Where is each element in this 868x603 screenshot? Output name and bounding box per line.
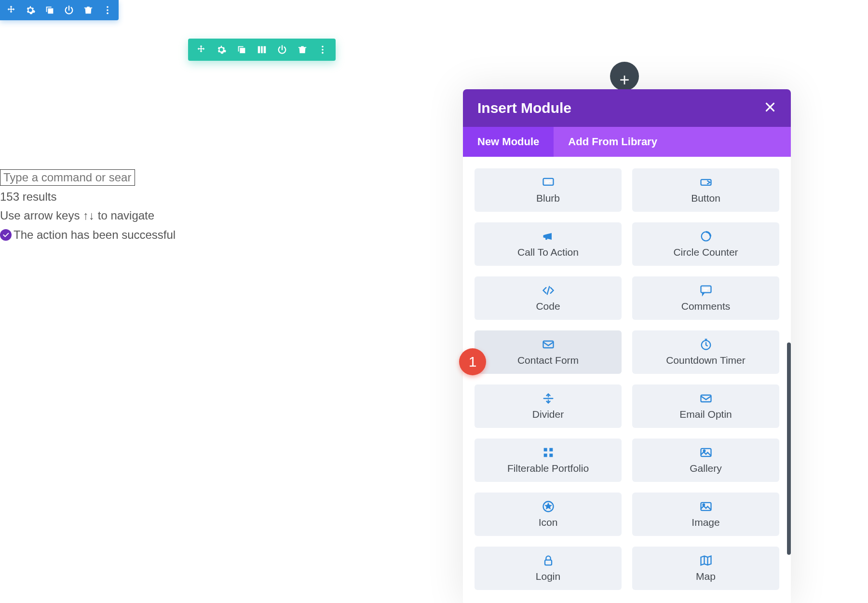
power-icon[interactable] <box>276 43 288 56</box>
module-card-map[interactable]: Map <box>632 547 779 590</box>
module-label: Filterable Portfolio <box>507 463 589 474</box>
comments-icon <box>699 283 713 298</box>
module-card-button[interactable]: Button <box>632 168 779 212</box>
module-label: Contact Form <box>517 355 579 366</box>
tab-new-module[interactable]: New Module <box>463 127 554 157</box>
module-label: Comments <box>681 301 731 312</box>
module-label: Blurb <box>536 192 560 204</box>
svg-rect-14 <box>549 448 553 452</box>
nav-hint: Use arrow keys ↑↓ to navigate <box>0 206 241 225</box>
image-icon <box>699 499 713 514</box>
module-label: Map <box>696 571 716 582</box>
lock-icon <box>542 553 555 568</box>
module-card-image[interactable]: Image <box>632 493 779 536</box>
module-label: Email Optin <box>679 409 732 420</box>
row-toolbar <box>188 39 336 61</box>
grid-icon <box>542 445 555 460</box>
button-icon <box>699 175 713 190</box>
mail-icon <box>542 337 555 352</box>
move-icon[interactable] <box>195 43 207 56</box>
success-message: The action has been successful <box>14 225 176 245</box>
circlecounter-icon <box>699 229 713 244</box>
trash-icon[interactable] <box>296 43 309 56</box>
megaphone-icon <box>542 229 555 244</box>
svg-rect-15 <box>543 453 547 457</box>
power-icon[interactable] <box>63 4 75 16</box>
annotation-badge-1: 1 <box>459 348 486 375</box>
more-icon[interactable] <box>101 4 114 16</box>
tab-add-from-library[interactable]: Add From Library <box>554 127 672 157</box>
svg-rect-6 <box>543 178 553 185</box>
svg-rect-10 <box>543 341 553 348</box>
gallery-icon <box>699 445 713 460</box>
modal-header: Insert Module <box>463 89 791 127</box>
module-card-divider[interactable]: Divider <box>475 384 622 428</box>
module-label: Image <box>692 517 719 528</box>
svg-point-0 <box>107 6 108 8</box>
svg-point-3 <box>322 46 324 48</box>
module-label: Button <box>691 192 720 204</box>
duplicate-icon[interactable] <box>43 4 56 16</box>
svg-rect-12 <box>701 395 711 402</box>
iconstar-icon <box>542 499 555 514</box>
command-palette: 153 results Use arrow keys ↑↓ to navigat… <box>0 168 241 244</box>
mail-icon <box>699 391 713 406</box>
results-count: 153 results <box>0 187 241 206</box>
svg-rect-16 <box>549 453 553 457</box>
module-card-email-optin[interactable]: Email Optin <box>632 384 779 428</box>
module-label: Login <box>536 571 560 582</box>
success-check-icon <box>0 229 12 241</box>
module-card-code[interactable]: Code <box>475 276 622 320</box>
module-label: Icon <box>539 517 558 528</box>
timer-icon <box>699 337 713 352</box>
svg-point-21 <box>703 504 705 506</box>
gear-icon[interactable] <box>24 4 37 16</box>
module-card-contact-form[interactable]: Contact Form <box>475 330 622 374</box>
module-card-filterable-portfolio[interactable]: Filterable Portfolio <box>475 439 622 482</box>
module-card-login[interactable]: Login <box>475 547 622 590</box>
module-label: Code <box>536 301 560 312</box>
svg-point-4 <box>322 49 324 51</box>
gear-icon[interactable] <box>215 43 228 56</box>
svg-rect-13 <box>543 448 547 452</box>
move-icon[interactable] <box>5 4 17 16</box>
module-card-gallery[interactable]: Gallery <box>632 439 779 482</box>
svg-point-2 <box>107 13 108 14</box>
module-card-blurb[interactable]: Blurb <box>475 168 622 212</box>
map-icon <box>699 553 713 568</box>
module-card-call-to-action[interactable]: Call To Action <box>475 222 622 266</box>
close-icon[interactable] <box>764 101 776 115</box>
svg-point-18 <box>703 450 705 452</box>
svg-rect-22 <box>545 560 552 565</box>
add-module-button[interactable]: + <box>610 62 639 91</box>
svg-point-5 <box>322 52 324 54</box>
module-label: Divider <box>532 409 564 420</box>
module-label: Gallery <box>690 463 722 474</box>
section-toolbar <box>0 0 119 20</box>
module-label: Countdown Timer <box>666 355 746 366</box>
module-card-circle-counter[interactable]: Circle Counter <box>632 222 779 266</box>
svg-point-1 <box>107 9 108 11</box>
module-label: Call To Action <box>517 247 579 258</box>
divider-icon <box>542 391 555 406</box>
module-card-icon[interactable]: Icon <box>475 493 622 536</box>
scrollbar[interactable] <box>787 343 791 555</box>
duplicate-icon[interactable] <box>235 43 248 56</box>
trash-icon[interactable] <box>82 4 95 16</box>
module-label: Circle Counter <box>673 247 738 258</box>
columns-icon[interactable] <box>256 43 268 56</box>
svg-rect-9 <box>701 286 711 293</box>
modal-body: BlurbButtonCall To ActionCircle CounterC… <box>463 157 791 603</box>
modal-title: Insert Module <box>477 100 571 116</box>
modal-tabs: New Module Add From Library <box>463 127 791 157</box>
code-icon <box>542 283 555 298</box>
module-card-countdown-timer[interactable]: Countdown Timer <box>632 330 779 374</box>
module-card-comments[interactable]: Comments <box>632 276 779 320</box>
command-input[interactable] <box>0 169 135 186</box>
blurb-icon <box>542 175 555 190</box>
insert-module-modal: Insert Module New Module Add From Librar… <box>463 89 791 603</box>
more-icon[interactable] <box>316 43 329 56</box>
